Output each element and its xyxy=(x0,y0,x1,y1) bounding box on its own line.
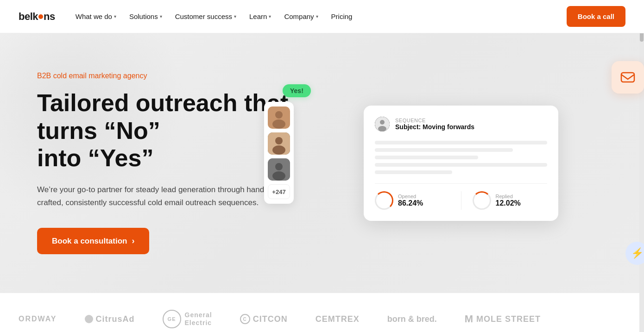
nav-label-what-we-do: What we do xyxy=(76,13,112,20)
card-header: Sequence Subject: Moving forwards xyxy=(375,117,547,132)
book-call-button[interactable]: Book a call xyxy=(567,6,625,27)
hero-tag: B2B cold email marketing agency xyxy=(37,72,297,80)
avatar-count: +247 xyxy=(268,184,290,199)
brand-citcon: C CITCON xyxy=(240,314,288,324)
nav-item-company[interactable]: Company ▾ xyxy=(278,9,323,24)
stat-label-replied: Replied xyxy=(496,194,521,199)
avatar-3 xyxy=(268,158,290,181)
svg-rect-0 xyxy=(621,73,634,82)
hero-section: B2B cold email marketing agency Tailored… xyxy=(0,33,644,293)
svg-point-5 xyxy=(275,137,283,144)
hero-title: Tailored outreach that turns “No” into “… xyxy=(37,89,297,172)
brand-ordway: ORDWAY xyxy=(19,315,57,323)
card-stats: Opened 86.24% Replied 12.02% xyxy=(375,183,547,210)
stat-value-opened: 86.24% xyxy=(398,199,423,207)
brands-strip: ORDWAY CitrusAd GE GeneralElectric C CIT… xyxy=(0,293,644,332)
nav-item-what-we-do[interactable]: What we do ▾ xyxy=(70,9,122,24)
logo-text: belkns xyxy=(19,11,55,23)
stat-circle-replied xyxy=(473,191,491,210)
chevron-down-icon: ▾ xyxy=(160,14,162,19)
citcon-text: CITCON xyxy=(253,314,288,324)
scrollbar-thumb[interactable] xyxy=(640,33,644,42)
content-line-3 xyxy=(375,156,478,159)
navbar: belkns What we do ▾ Solutions ▾ Customer… xyxy=(0,0,644,33)
nav-label-solutions: Solutions xyxy=(129,13,158,20)
stat-replied: Replied 12.02% xyxy=(473,191,548,210)
email-icon xyxy=(612,61,644,94)
svg-point-11 xyxy=(380,120,385,125)
sequence-label: Sequence xyxy=(395,118,547,123)
hero-content-right: Yes! xyxy=(297,70,625,256)
book-consultation-button[interactable]: Book a consultation › xyxy=(37,228,149,254)
stat-divider xyxy=(461,191,461,210)
hero-content-left: B2B cold email marketing agency Tailored… xyxy=(37,72,297,254)
hero-title-line3: into “Yes” xyxy=(37,144,153,171)
brand-ge: GE GeneralElectric xyxy=(163,310,212,328)
citrusad-text: CitrusAd xyxy=(96,314,135,324)
card-content-lines xyxy=(375,141,547,174)
svg-point-3 xyxy=(272,119,285,129)
avatar-1 xyxy=(268,106,290,129)
stat-opened: Opened 86.24% xyxy=(375,191,450,210)
brand-cemtrex: CEMTREX xyxy=(316,314,360,324)
book-consultation-label: Book a consultation xyxy=(52,237,127,246)
svg-point-8 xyxy=(275,163,283,170)
card-sequence-info: Sequence Subject: Moving forwards xyxy=(395,118,547,131)
mole-street-m: M xyxy=(465,313,474,325)
nav-item-customer-success[interactable]: Customer success ▾ xyxy=(170,9,242,24)
card-avatar xyxy=(375,117,390,132)
ge-logo: GE xyxy=(163,310,181,328)
sequence-subject: Subject: Moving forwards xyxy=(395,123,547,131)
hero-title-line1: Tailored outreach that xyxy=(37,89,288,116)
svg-point-12 xyxy=(378,126,386,132)
citrusad-dot xyxy=(85,315,93,323)
yes-badge: Yes! xyxy=(283,84,311,97)
stat-circle-opened xyxy=(375,191,393,210)
brand-citrusad: CitrusAd xyxy=(85,314,135,324)
nav-item-learn[interactable]: Learn ▾ xyxy=(244,9,277,24)
hero-subtitle: We’re your go-to partner for steady lead… xyxy=(37,183,269,209)
lightning-icon: ⚡ xyxy=(625,242,644,265)
content-line-4 xyxy=(375,163,547,167)
logo-dot xyxy=(38,14,43,19)
stat-info-opened: Opened 86.24% xyxy=(398,194,423,207)
svg-point-9 xyxy=(272,171,285,181)
brand-mole-street: M MOLE STREET xyxy=(465,313,541,325)
hero-title-line2: turns “No” xyxy=(37,117,160,144)
nav-label-learn: Learn xyxy=(249,13,267,20)
nav-links: What we do ▾ Solutions ▾ Customer succes… xyxy=(70,9,556,24)
arrow-right-icon: › xyxy=(132,236,134,246)
svg-point-2 xyxy=(275,111,283,119)
citcon-circle: C xyxy=(240,314,250,324)
nav-label-customer-success: Customer success xyxy=(175,13,232,20)
chevron-down-icon: ▾ xyxy=(114,14,116,19)
avatars-column: +247 xyxy=(264,102,294,204)
dashboard-card: Sequence Subject: Moving forwards Opened… xyxy=(364,106,558,221)
logo[interactable]: belkns xyxy=(19,11,55,23)
chevron-down-icon: ▾ xyxy=(316,14,318,19)
nav-label-pricing: Pricing xyxy=(331,13,353,20)
chevron-down-icon: ▾ xyxy=(269,14,271,19)
nav-item-pricing[interactable]: Pricing xyxy=(326,9,358,24)
avatar-2 xyxy=(268,132,290,155)
stat-label-opened: Opened xyxy=(398,194,423,199)
stat-value-replied: 12.02% xyxy=(496,199,521,207)
nav-label-company: Company xyxy=(284,13,314,20)
content-line-1 xyxy=(375,141,547,144)
stat-info-replied: Replied 12.02% xyxy=(496,194,521,207)
mole-street-text: MOLE STREET xyxy=(476,314,541,324)
brand-born-bred: born & bred. xyxy=(387,314,437,324)
chevron-down-icon: ▾ xyxy=(234,14,236,19)
content-line-5 xyxy=(375,170,452,174)
content-line-2 xyxy=(375,148,513,152)
nav-item-solutions[interactable]: Solutions ▾ xyxy=(124,9,168,24)
ge-text: GeneralElectric xyxy=(185,311,212,327)
svg-point-6 xyxy=(272,145,285,155)
